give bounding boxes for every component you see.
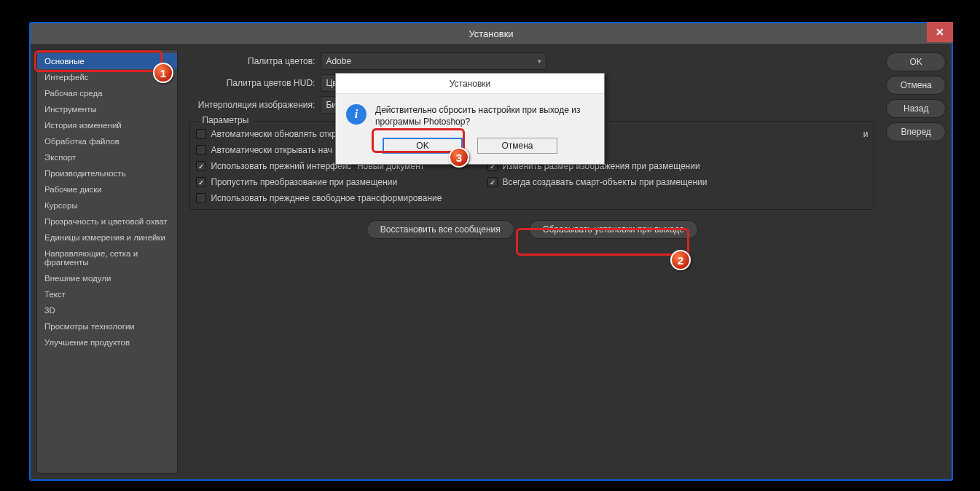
sidebar-item-transparency[interactable]: Прозрачность и цветовой охват <box>37 213 177 229</box>
label-color-picker: Палитра цветов: <box>189 56 321 66</box>
sidebar-item-3d[interactable]: 3D <box>37 302 177 318</box>
reset-on-exit-button[interactable]: Сбрасывать установки при выходе <box>529 220 698 239</box>
titlebar: Установки ✕ <box>31 23 952 44</box>
dialog-cancel-button[interactable]: Отмена <box>477 138 557 154</box>
label-hud-picker: Палитра цветов HUD: <box>189 78 321 88</box>
select-color-picker[interactable]: Adobe ▾ <box>321 52 546 70</box>
sidebar-item-product-improvement[interactable]: Улучшение продуктов <box>37 334 177 350</box>
confirm-dialog: Установки i Действительно сбросить настр… <box>335 73 605 165</box>
sidebar-item-export[interactable]: Экспорт <box>37 149 177 165</box>
sidebar-item-tech-previews[interactable]: Просмотры технологии <box>37 318 177 334</box>
restore-messages-button[interactable]: Восстановить все сообщения <box>366 220 514 239</box>
sidebar-item-plugins[interactable]: Внешние модули <box>37 270 177 286</box>
buttons-row: Восстановить все сообщения Сбрасывать ус… <box>189 220 874 239</box>
forward-button[interactable]: Вперед <box>886 122 946 141</box>
check-skip-transform[interactable]: ✓Пропустить преобразование при размещени… <box>196 177 473 187</box>
dialog-title: Установки <box>336 74 604 94</box>
check-smart-objects[interactable]: ✓Всегда создавать смарт-объекты при разм… <box>487 177 868 187</box>
sidebar-item-text[interactable]: Текст <box>37 286 177 302</box>
chevron-down-icon: ▾ <box>538 58 541 65</box>
close-button[interactable]: ✕ <box>927 22 953 42</box>
sidebar: Основные Интерфейс Рабочая среда Инструм… <box>36 50 178 474</box>
sidebar-item-tools[interactable]: Инструменты <box>37 101 177 117</box>
sidebar-item-general[interactable]: Основные <box>37 53 177 69</box>
label-interpolation: Интерполяция изображения: <box>189 100 321 110</box>
legend-params: Параметры <box>197 115 253 125</box>
sidebar-item-cursors[interactable]: Курсоры <box>37 197 177 213</box>
cancel-button[interactable]: Отмена <box>886 76 946 95</box>
sidebar-item-guides[interactable]: Направляющие, сетка и фрагменты <box>37 246 177 270</box>
sidebar-item-workspace[interactable]: Рабочая среда <box>37 85 177 101</box>
right-buttons: OK Отмена Назад Вперед <box>886 50 946 474</box>
sidebar-item-scratchdisks[interactable]: Рабочие диски <box>37 181 177 197</box>
sidebar-item-interface[interactable]: Интерфейс <box>37 69 177 85</box>
back-button[interactable]: Назад <box>886 99 946 118</box>
sidebar-item-performance[interactable]: Производительность <box>37 165 177 181</box>
sidebar-item-history[interactable]: История изменений <box>37 117 177 133</box>
sidebar-item-filehandling[interactable]: Обработка файлов <box>37 133 177 149</box>
dialog-ok-button[interactable]: OK <box>383 138 463 154</box>
sidebar-item-units[interactable]: Единицы измерения и линейки <box>37 229 177 246</box>
ok-button[interactable]: OK <box>886 52 946 71</box>
info-icon: i <box>346 104 366 125</box>
window-title: Установки <box>469 28 513 39</box>
dialog-text: Действительно сбросить настройки при вых… <box>375 104 594 127</box>
close-icon: ✕ <box>936 26 944 38</box>
check-legacy-free-transform[interactable]: Использовать прежднее свободное трансфор… <box>196 193 473 203</box>
